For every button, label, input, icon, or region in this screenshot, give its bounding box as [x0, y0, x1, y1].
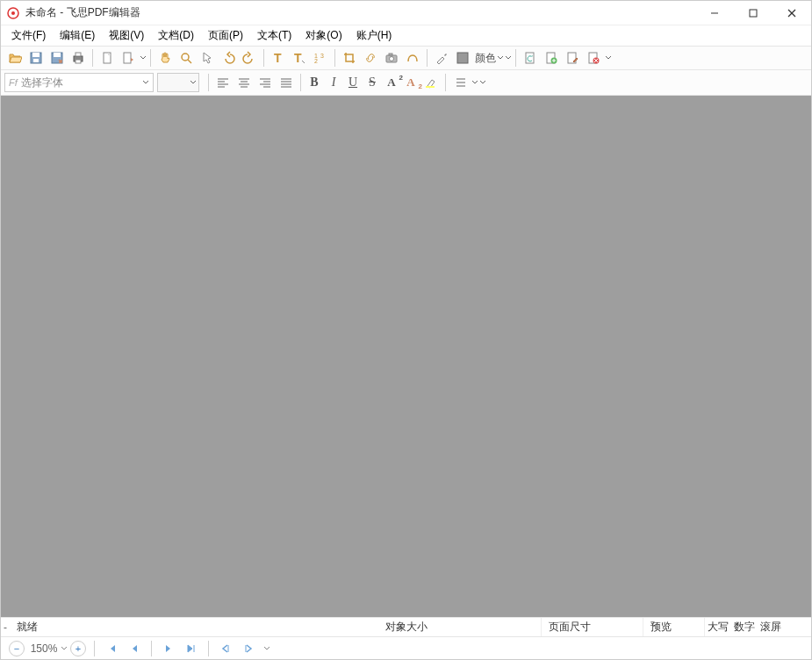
page-add-button[interactable]	[542, 48, 561, 68]
zoom-dropdown-icon[interactable]	[61, 645, 68, 652]
snapshot-button[interactable]	[382, 48, 401, 68]
svg-rect-25	[389, 54, 392, 55]
menu-document[interactable]: 文档(D)	[151, 25, 201, 46]
color-label: 颜色	[475, 51, 496, 66]
nav-forward-button[interactable]	[241, 641, 256, 656]
svg-text:2: 2	[314, 58, 318, 64]
eyedropper-button[interactable]	[432, 48, 451, 68]
status-collapse-icon[interactable]: -	[1, 621, 10, 634]
page-export-button[interactable]	[119, 48, 138, 68]
svg-rect-33	[426, 86, 435, 88]
font-family-select[interactable]: Ff 选择字体	[4, 73, 154, 92]
menu-text[interactable]: 文本(T)	[250, 25, 298, 46]
svg-text:3: 3	[320, 53, 324, 59]
nav-back-button[interactable]	[218, 641, 234, 656]
superscript-button[interactable]: A2	[382, 75, 401, 90]
status-scroll: 滚屏	[758, 618, 784, 636]
svg-point-1	[11, 11, 15, 15]
window-title: 未命名 - 飞思PDF编辑器	[25, 5, 695, 20]
print-button[interactable]	[68, 48, 88, 68]
menu-edit[interactable]: 编辑(E)	[53, 25, 102, 46]
close-button[interactable]	[772, 1, 811, 25]
status-bar: - 就绪 对象大小 页面尺寸 预览 大写 数字 滚屏	[1, 617, 811, 636]
status-num: 数字	[731, 618, 758, 636]
menu-object[interactable]: 对象(O)	[298, 25, 349, 46]
titlebar: 未命名 - 飞思PDF编辑器	[1, 1, 811, 25]
page-refresh-button[interactable]	[521, 48, 540, 68]
subscript-button[interactable]: A2	[401, 75, 420, 90]
text-numbered-button[interactable]: 123	[311, 48, 330, 68]
app-icon	[6, 6, 20, 20]
align-center-button[interactable]	[234, 73, 254, 92]
main-toolbar: T T 123 颜色	[1, 47, 811, 70]
format-toolbar: Ff 选择字体 B I U S A2 A2	[1, 70, 811, 96]
last-page-button[interactable]	[183, 641, 199, 656]
page-portrait-button[interactable]	[97, 48, 117, 68]
menu-page[interactable]: 页面(P)	[201, 25, 250, 46]
next-page-button[interactable]	[161, 641, 176, 656]
menu-file[interactable]: 文件(F)	[4, 25, 53, 46]
status-preview-label: 预览	[643, 618, 705, 636]
menubar: 文件(F) 编辑(E) 视图(V) 文档(D) 页面(P) 文本(T) 对象(O…	[1, 25, 811, 47]
font-size-select[interactable]	[157, 73, 199, 92]
color-swatch-button[interactable]	[453, 48, 472, 68]
minimize-button[interactable]	[695, 1, 734, 25]
toolbar-overflow-1[interactable]	[140, 54, 147, 62]
first-page-button[interactable]	[104, 641, 119, 656]
svg-point-16	[182, 54, 189, 61]
strikethrough-button[interactable]: S	[363, 75, 382, 90]
page-edit-button[interactable]	[563, 48, 582, 68]
bold-button[interactable]: B	[305, 75, 324, 90]
text-tool-button[interactable]: T	[269, 48, 288, 68]
link-button[interactable]	[361, 48, 380, 68]
open-button[interactable]	[5, 48, 25, 68]
undo-button[interactable]	[219, 48, 238, 68]
line-spacing-button[interactable]	[450, 73, 470, 92]
crop-button[interactable]	[340, 48, 359, 68]
document-canvas[interactable]	[1, 96, 811, 617]
zoom-out-button[interactable]: −	[9, 641, 25, 656]
save-as-button[interactable]	[47, 48, 67, 68]
highlight-button[interactable]	[421, 73, 441, 92]
svg-rect-10	[54, 53, 61, 57]
hand-tool-button[interactable]	[155, 48, 175, 68]
line-spacing-dropdown[interactable]	[471, 78, 478, 87]
maximize-button[interactable]	[734, 1, 772, 25]
zoom-in-button[interactable]: +	[70, 641, 86, 656]
align-justify-button[interactable]	[277, 73, 296, 92]
svg-text:T: T	[274, 51, 282, 65]
zoom-value[interactable]: 150%	[27, 642, 61, 655]
menu-view[interactable]: 视图(V)	[102, 25, 151, 46]
prev-page-button[interactable]	[126, 641, 142, 656]
align-left-button[interactable]	[213, 73, 233, 92]
svg-rect-13	[75, 60, 81, 63]
toolbar-overflow-2[interactable]	[505, 54, 512, 62]
svg-rect-12	[75, 53, 81, 56]
pointer-tool-button[interactable]	[198, 48, 217, 68]
save-button[interactable]	[26, 48, 46, 68]
redo-button[interactable]	[240, 48, 259, 68]
svg-rect-26	[457, 53, 468, 63]
italic-button[interactable]: I	[324, 75, 343, 90]
status-object-size-label: 对象大小	[378, 618, 542, 636]
status-ready: 就绪	[10, 618, 378, 636]
svg-rect-14	[104, 53, 111, 63]
page-delete-button[interactable]	[584, 48, 603, 68]
underline-button[interactable]: U	[343, 75, 363, 90]
svg-line-17	[188, 60, 191, 63]
align-right-button[interactable]	[255, 73, 275, 92]
svg-rect-3	[750, 10, 757, 17]
svg-rect-15	[124, 53, 131, 63]
shape-button[interactable]	[403, 48, 422, 68]
toolbar-overflow-3[interactable]	[605, 54, 612, 62]
text-box-button[interactable]: T	[290, 48, 309, 68]
nav-overflow-icon[interactable]	[263, 645, 270, 652]
color-dropdown[interactable]	[497, 54, 504, 62]
format-overflow[interactable]	[479, 78, 486, 87]
zoom-tool-button[interactable]	[176, 48, 196, 68]
font-placeholder: 选择字体	[21, 75, 142, 90]
menu-account[interactable]: 账户(H)	[349, 25, 399, 46]
status-caps: 大写	[705, 618, 731, 636]
svg-text:T: T	[294, 51, 302, 65]
svg-rect-7	[32, 53, 40, 57]
